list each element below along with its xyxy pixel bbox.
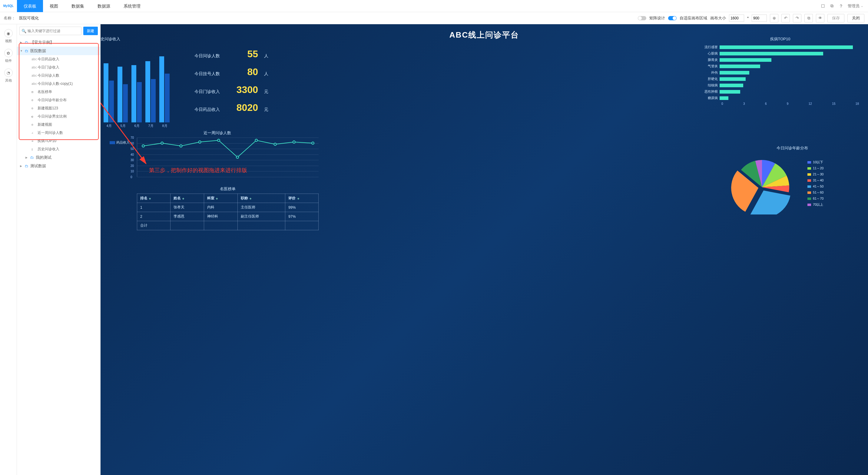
folder-hospital[interactable]: ▼ 🗀 医院数据 — [17, 47, 100, 55]
pie-legend-item: 51～60 — [807, 190, 824, 195]
table-row: 1张孝天内科主任医师99% — [137, 203, 319, 212]
pie-legend-item: 70以上 — [807, 202, 824, 207]
stat-row: 今日挂号人数 80 人 — [194, 66, 268, 78]
pie-legend-item: 11～20 — [807, 166, 824, 171]
nav-tab-system[interactable]: 系统管理 — [117, 0, 147, 12]
tree-item[interactable]: ⚙新建视图 — [17, 121, 100, 129]
table-header[interactable]: 职称 ◆ — [238, 194, 285, 203]
name-label: 名称： — [4, 16, 16, 21]
tree-item[interactable]: ⚙今日问诊年龄分布 — [17, 96, 100, 104]
table-header[interactable]: 科室 ◆ — [204, 194, 238, 203]
nav-tab-view[interactable]: 视图 — [43, 0, 65, 12]
tree-item[interactable]: ∠近一周问诊人数 — [17, 129, 100, 137]
admin-label: 管理员 — [848, 3, 860, 9]
nav-tab-dashboard[interactable]: 仪表板 — [17, 0, 43, 12]
annotation-text: 第三步，把制作好的视图拖进来进行排版 — [149, 167, 247, 174]
table-header[interactable]: 姓名 ◆ — [170, 194, 204, 203]
pie-legend-item: 61～70 — [807, 196, 824, 201]
preview-icon[interactable]: 👁 — [816, 14, 825, 22]
tree-item[interactable]: abc今日问诊人数-copy(1) — [17, 80, 100, 88]
admin-dropdown[interactable]: 管理员 ⌄ — [848, 3, 863, 9]
other-icon: ◔ — [4, 68, 13, 77]
stat-row: 今日门诊收入 3300 元 — [194, 84, 268, 95]
top10-row: 心脏病 — [702, 51, 859, 56]
top-navigation: MySQL 仪表板 视图 数据集 数据源 系统管理 ☐ ⧉ ? 管理员 ⌄ — [0, 0, 868, 12]
stat-row: 今日药品收入 8020 元 — [194, 102, 268, 113]
search-input[interactable] — [28, 29, 79, 33]
stats-panel: 今日问诊人数 55 人 今日挂号人数 80 人 今日门诊收入 3300 元 今日… — [194, 49, 268, 120]
tree-item[interactable]: ≡疾病TOP10 — [17, 137, 100, 145]
top10-row: 气管炎 — [702, 64, 859, 68]
table-row: 2李感恩神经科副主任医师97% — [137, 212, 319, 221]
top10-row: 恶性肿瘤 — [702, 89, 859, 94]
tree-item[interactable]: abc今日门诊收入 — [17, 63, 100, 71]
tree-item[interactable]: ⫿历史问诊收入 — [17, 145, 100, 153]
copy-icon[interactable]: ⧉ — [804, 14, 813, 22]
item-type-icon: ⚙ — [31, 107, 36, 110]
gear-icon: ✿ — [4, 49, 13, 57]
history-income-chart[interactable]: 史问诊收入 4月5月6月7月8月 药品收入 — [100, 36, 185, 145]
pie-legend-item: 31～40 — [807, 178, 824, 183]
adaptive-canvas-label: 自适应画布区域 — [680, 16, 707, 21]
item-type-icon: ≡ — [31, 139, 36, 143]
top10-row: 肝硬化 — [702, 77, 859, 81]
undo-icon[interactable]: ↶ — [781, 14, 790, 22]
item-type-icon: ⫿ — [31, 148, 36, 151]
top10-row: 流行感冒 — [702, 45, 859, 49]
canvas-height-input[interactable] — [752, 14, 767, 22]
logo: MySQL — [0, 0, 17, 12]
folder-icon: 🗀 — [25, 40, 28, 44]
expand-icon: ▶ — [20, 165, 23, 168]
table-header[interactable]: 评价 ◆ — [285, 194, 319, 203]
doctor-table[interactable]: 名医榜单 排名 ◆姓名 ◆科室 ◆职称 ◆评价 ◆ 1张孝天内科主任医师99%2… — [137, 186, 319, 230]
tree-item[interactable]: ⊞名医榜单 — [17, 88, 100, 96]
age-pie-chart[interactable]: 今日问诊年龄分布 10以下11～2021～3031～4041～5051～6061… — [726, 145, 859, 214]
close-button[interactable]: 关闭 — [847, 14, 864, 22]
folder-icon: 🗀 — [25, 164, 28, 168]
pie-legend-item: 41～50 — [807, 184, 824, 189]
canvas-width-input[interactable] — [729, 14, 744, 22]
top10-row: 外伤 — [702, 70, 859, 75]
bell-icon[interactable]: ☐ — [820, 4, 825, 8]
adaptive-canvas-toggle[interactable] — [668, 16, 677, 20]
svg-point-0 — [142, 145, 145, 147]
table-header[interactable]: 排名 ◆ — [137, 194, 170, 203]
folder-official[interactable]: ▶ 🗀 【官方示例】 — [17, 38, 100, 47]
disease-top10-chart[interactable]: 疾病TOP10 流行感冒 心脏病 肠胃炎 气管炎 外伤 肝硬化 结核病 恶性肿瘤… — [702, 36, 859, 106]
hist-legend: 药品收入 — [110, 140, 130, 145]
pie-legend-item: 10以下 — [807, 160, 824, 165]
tree-item[interactable]: ⚙新建视图123 — [17, 104, 100, 112]
rail-view[interactable]: ◉ 视图 — [2, 27, 14, 45]
svg-point-6 — [255, 139, 257, 142]
item-type-icon: ◐ — [31, 115, 36, 118]
doctor-ranking-table: 排名 ◆姓名 ◆科室 ◆职称 ◆评价 ◆ 1张孝天内科主任医师99%2李感恩神经… — [137, 194, 319, 230]
item-type-icon: abc — [31, 74, 36, 77]
folder-mytest[interactable]: ▶ 🗀 我的测试 — [17, 153, 100, 162]
new-button[interactable]: 新建 — [83, 27, 98, 35]
tree-item[interactable]: ◐今日问诊男女比例 — [17, 112, 100, 121]
canvas-area[interactable]: ABC线上问诊平台 史问诊收入 4月5月6月7月8月 药品收入 今日问诊人数 5… — [100, 24, 868, 475]
size-plus-icon[interactable]: ⊕ — [770, 14, 778, 22]
nav-tab-dataset[interactable]: 数据集 — [65, 0, 91, 12]
lang-icon[interactable]: ⧉ — [830, 4, 834, 8]
tree-item[interactable]: abc今日问诊人数 — [17, 71, 100, 80]
search-input-wrapper[interactable]: 🔍 — [20, 27, 82, 35]
svg-point-2 — [180, 145, 182, 147]
top10-row: 糖尿病 — [702, 96, 859, 100]
item-type-icon: ⚙ — [31, 123, 36, 126]
folder-icon: 🗀 — [30, 155, 34, 160]
item-type-icon: ⊞ — [31, 90, 36, 94]
name-value: 医院可视化 — [19, 16, 39, 21]
rail-component[interactable]: ✿ 组件 — [2, 47, 14, 65]
folder-testdata[interactable]: ▶ 🗀 测试数据 — [17, 162, 100, 170]
matrix-design-toggle[interactable] — [638, 16, 646, 20]
svg-point-4 — [217, 139, 220, 142]
save-button[interactable]: 保存 — [828, 14, 844, 22]
tree-item[interactable]: abc今日药品收入 — [17, 55, 100, 63]
help-icon[interactable]: ? — [839, 4, 843, 8]
rail-other[interactable]: ◔ 其他 — [2, 67, 14, 85]
redo-icon[interactable]: ↷ — [793, 14, 801, 22]
stat-row: 今日问诊人数 55 人 — [194, 49, 268, 60]
nav-tab-datasource[interactable]: 数据源 — [91, 0, 117, 12]
item-type-icon: abc — [31, 66, 36, 69]
